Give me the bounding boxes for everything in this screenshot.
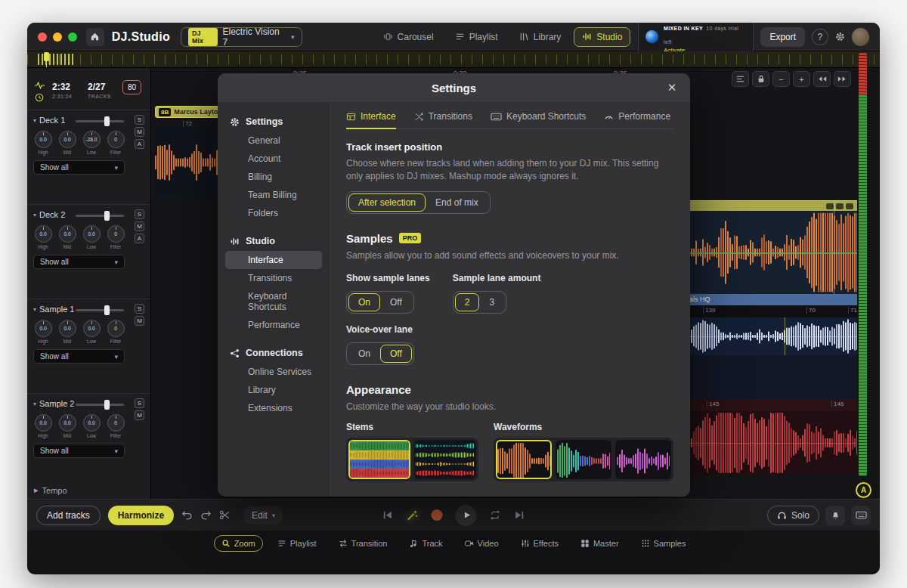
mute-button[interactable]: M bbox=[135, 127, 144, 137]
magic-mix-button[interactable] bbox=[407, 509, 419, 521]
deck-1-show-all[interactable]: Show all▾ bbox=[33, 160, 125, 175]
toolbar-playlist[interactable]: Playlist bbox=[270, 535, 324, 552]
sidebar-item-transitions[interactable]: Transitions bbox=[225, 269, 322, 287]
sidebar-item-online-services[interactable]: Online Services bbox=[225, 363, 322, 381]
tab-interface[interactable]: Interface bbox=[346, 111, 396, 122]
harmonize-button[interactable]: Harmonize bbox=[108, 506, 174, 525]
knob-high[interactable]: 0.0 bbox=[35, 225, 52, 243]
sidebar-item-interface[interactable]: Interface bbox=[225, 251, 322, 269]
option-on[interactable]: On bbox=[348, 345, 380, 363]
knob-low[interactable]: 0.0 bbox=[83, 320, 101, 337]
option-3[interactable]: 3 bbox=[479, 293, 504, 311]
redo-button[interactable] bbox=[200, 509, 212, 521]
stems-style-1[interactable] bbox=[348, 440, 410, 479]
toolbar-video[interactable]: Video bbox=[457, 535, 506, 552]
mute-button[interactable]: M bbox=[135, 316, 144, 326]
solo-toggle[interactable]: Solo bbox=[767, 506, 819, 525]
sample-2-header[interactable]: ▾Sample 2 bbox=[33, 399, 75, 408]
knob-mid[interactable]: 0.0 bbox=[59, 320, 76, 337]
add-tracks-button[interactable]: Add tracks bbox=[36, 506, 101, 525]
deck-2-show-all[interactable]: Show all▾ bbox=[33, 255, 125, 269]
skip-start-button[interactable] bbox=[382, 509, 394, 521]
tab-keyboard-shortcuts[interactable]: Keyboard Shortcuts bbox=[491, 111, 586, 122]
auto-button[interactable]: A bbox=[135, 139, 144, 149]
sidebar-item-billing[interactable]: Billing bbox=[225, 168, 322, 186]
sidebar-item-library[interactable]: Library bbox=[225, 381, 322, 399]
nav-carousel[interactable]: Carousel bbox=[375, 27, 442, 47]
cut-button[interactable] bbox=[219, 509, 231, 521]
waveform-style-3[interactable] bbox=[615, 440, 671, 479]
solo-button[interactable]: S bbox=[135, 209, 144, 219]
play-button[interactable] bbox=[456, 505, 477, 526]
arrange-button[interactable] bbox=[732, 71, 749, 87]
playhead-marker[interactable] bbox=[44, 52, 49, 61]
knob-high[interactable]: 0.0 bbox=[35, 131, 52, 148]
knob-low[interactable]: 0.0 bbox=[83, 225, 101, 243]
sample-2-show-all[interactable]: Show all▾ bbox=[33, 444, 125, 458]
deck-1-volume-fader[interactable] bbox=[76, 120, 124, 122]
solo-button[interactable]: S bbox=[135, 398, 144, 408]
knob-filter[interactable]: 0 bbox=[107, 414, 125, 432]
sidebar-item-account[interactable]: Account bbox=[225, 150, 322, 168]
waveform-style-1[interactable] bbox=[496, 440, 552, 479]
fader-handle[interactable] bbox=[104, 211, 110, 221]
sidebar-item-performance[interactable]: Performance bbox=[225, 316, 322, 334]
nav-playlist[interactable]: Playlist bbox=[447, 27, 506, 47]
rewind-button[interactable] bbox=[813, 71, 831, 87]
sidebar-item-extensions[interactable]: Extensions bbox=[225, 399, 322, 417]
edit-dropdown[interactable]: Edit▾ bbox=[244, 506, 283, 525]
deck-2-volume-fader[interactable] bbox=[76, 215, 124, 217]
solo-button[interactable]: S bbox=[135, 115, 144, 125]
toolbar-transition[interactable]: Transition bbox=[331, 535, 395, 552]
solo-button[interactable]: S bbox=[135, 304, 144, 314]
option-after-selection[interactable]: After selection bbox=[348, 193, 426, 212]
knob-mid[interactable]: 0.0 bbox=[59, 225, 76, 243]
sample-2-volume-fader[interactable] bbox=[76, 404, 124, 406]
avatar[interactable] bbox=[852, 28, 869, 46]
option-off[interactable]: Off bbox=[380, 345, 412, 363]
close-window-button[interactable] bbox=[38, 32, 47, 42]
sample-1-header[interactable]: ▾Sample 1 bbox=[33, 305, 75, 314]
home-button[interactable] bbox=[86, 28, 104, 46]
deck-2-header[interactable]: ▾Deck 2 bbox=[33, 210, 65, 219]
autopilot-badge[interactable]: A bbox=[856, 482, 871, 498]
lock-button[interactable] bbox=[752, 71, 769, 87]
fader-handle[interactable] bbox=[104, 305, 110, 315]
waveform-style-2[interactable] bbox=[556, 440, 611, 479]
knob-low[interactable]: -28.0 bbox=[83, 131, 101, 148]
auto-button[interactable]: A bbox=[135, 234, 144, 243]
project-selector[interactable]: DJ Mix Electric Vision 7 ▾ bbox=[181, 27, 302, 47]
bpm-box[interactable]: 80 bbox=[122, 80, 141, 94]
zoom-in-button[interactable]: + bbox=[793, 71, 810, 87]
nav-studio[interactable]: Studio bbox=[574, 27, 630, 47]
sidebar-item-folders[interactable]: Folders bbox=[225, 204, 322, 222]
toolbar-samples[interactable]: Samples bbox=[633, 535, 694, 552]
close-icon[interactable]: ✕ bbox=[664, 80, 679, 95]
skip-end-button[interactable] bbox=[514, 509, 525, 521]
forward-button[interactable] bbox=[834, 71, 851, 87]
export-button[interactable]: Export bbox=[760, 27, 805, 47]
knob-mid[interactable]: 0.0 bbox=[59, 414, 76, 432]
sidebar-item-general[interactable]: General bbox=[225, 132, 322, 150]
loop-button[interactable] bbox=[490, 509, 501, 521]
sidebar-item-keyboard-shortcuts[interactable]: Keyboard Shortcuts bbox=[225, 287, 322, 316]
toolbar-master[interactable]: Master bbox=[573, 535, 627, 552]
zoom-window-button[interactable] bbox=[68, 32, 77, 42]
knob-filter[interactable]: 0 bbox=[107, 320, 125, 337]
toolbar-effects[interactable]: Effects bbox=[513, 535, 566, 552]
sample-1-volume-fader[interactable] bbox=[76, 309, 124, 311]
toolbar-track[interactable]: Track bbox=[401, 535, 450, 552]
option-2[interactable]: 2 bbox=[455, 293, 480, 311]
undo-button[interactable] bbox=[181, 509, 193, 521]
help-button[interactable]: ? bbox=[812, 29, 828, 45]
mute-button[interactable]: M bbox=[135, 410, 144, 420]
minimize-window-button[interactable] bbox=[53, 32, 62, 42]
nav-library[interactable]: Library bbox=[511, 27, 570, 47]
shortcuts-button[interactable] bbox=[851, 506, 871, 525]
sample-1-show-all[interactable]: Show all▾ bbox=[33, 349, 125, 364]
fader-handle[interactable] bbox=[104, 400, 110, 410]
sidebar-item-team-billing[interactable]: Team Billing bbox=[225, 186, 322, 204]
knob-high[interactable]: 0.0 bbox=[35, 414, 52, 432]
fader-handle[interactable] bbox=[104, 116, 110, 126]
deck-1-header[interactable]: ▾Deck 1 bbox=[33, 116, 65, 125]
